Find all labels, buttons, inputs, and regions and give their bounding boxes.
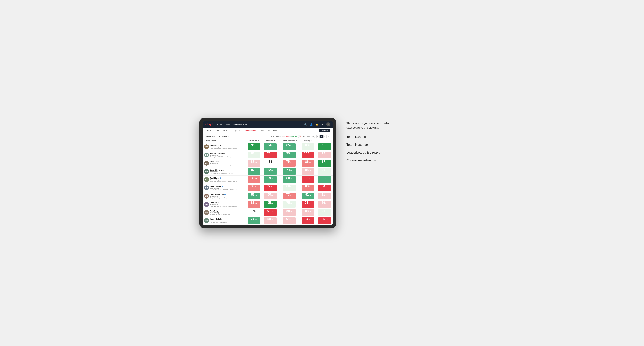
score-approach: 799▲ bbox=[278, 151, 300, 159]
player-handicap: 6-10 Handicap bbox=[210, 187, 238, 189]
subnav-team-clippd[interactable]: Team Clippd bbox=[243, 128, 258, 133]
table-row[interactable]: CQCharlie Quick✓6-10 HandicapSt. George'… bbox=[203, 184, 333, 192]
view-list-btn[interactable]: ≡ bbox=[324, 135, 326, 138]
score-green: 83-10▼ bbox=[300, 176, 316, 184]
table-row[interactable]: MMMatt Miller6-10 HandicapWoburn Golf Cl… bbox=[203, 208, 333, 217]
score-tee: 897▲ bbox=[262, 176, 278, 184]
score-change: -6▼ bbox=[309, 162, 311, 163]
score-change: 4▲ bbox=[309, 194, 311, 196]
score-change: 9▲ bbox=[290, 154, 292, 155]
avatar: DB bbox=[204, 169, 209, 174]
score-putting: 91-3▼ bbox=[316, 192, 333, 200]
annotation-panel: This is where you can choose which dashb… bbox=[346, 118, 399, 162]
player-club: Royal North Devon Golf Club, United King… bbox=[210, 181, 237, 182]
edit-team-icon[interactable]: ✏ bbox=[228, 135, 230, 137]
score-change: 7▲ bbox=[272, 178, 273, 179]
score-change: -14▼ bbox=[271, 186, 274, 187]
score-change: -3▼ bbox=[255, 178, 257, 179]
player-club: Craigmillar Park, United Kingdom bbox=[210, 197, 230, 199]
player-cell: DBDave Billingham1-5 HandicapGog Magog G… bbox=[203, 168, 246, 175]
score-change: -3▼ bbox=[309, 170, 311, 171]
nav-my-performance[interactable]: My Performance bbox=[233, 123, 247, 126]
user-avatar[interactable]: A bbox=[326, 123, 330, 126]
subnav-hcaps[interactable]: Hcaps 1-5 bbox=[230, 128, 242, 133]
last-rounds-control[interactable]: 📊 Last Rounds: 20 bbox=[298, 135, 315, 138]
settings-icon[interactable]: ⚙ bbox=[320, 123, 324, 126]
score-change: -2▼ bbox=[325, 203, 328, 204]
col-green: Around the Green ▼ bbox=[278, 139, 300, 143]
heat-pos-value: +5 bbox=[295, 135, 297, 137]
score-value: 85 bbox=[305, 168, 308, 172]
score-value: 85 bbox=[286, 144, 290, 147]
avatar: CQ bbox=[204, 185, 209, 190]
nav-icons: 🔍 👤 🔔 ⚙ A bbox=[304, 123, 330, 126]
score-green: 84-21▲ bbox=[300, 217, 316, 225]
player-count: 14 Players bbox=[218, 135, 226, 137]
player-name: Matt Miller bbox=[210, 210, 230, 212]
nav-teams[interactable]: Teams bbox=[225, 123, 230, 126]
player-handicap: 1-5 Handicap bbox=[210, 195, 230, 197]
score-change: -10▼ bbox=[309, 178, 312, 179]
score-tee: 73-11▼ bbox=[262, 151, 278, 159]
profile-icon[interactable]: 👤 bbox=[310, 123, 313, 126]
annotation-leaderboards: Leaderboards & streaks bbox=[346, 151, 399, 155]
score-change: 3▲ bbox=[326, 178, 328, 179]
score-value: 74 bbox=[286, 168, 290, 172]
subnav-all-players[interactable]: All Players bbox=[266, 128, 279, 133]
table-row[interactable]: BMBlair McHargPlus HandicapRoyal North D… bbox=[203, 143, 333, 151]
player-club: St. George's Hill GC - Weybridge - Surre… bbox=[210, 189, 238, 190]
view-heatmap-btn[interactable]: ▦ bbox=[320, 135, 323, 138]
subnav-pga[interactable]: PGA bbox=[222, 128, 229, 133]
col-player: Player Quality ▼ bbox=[203, 139, 246, 143]
table-row[interactable]: CRChris Robertson✓1-5 HandicapCraigmilla… bbox=[203, 192, 333, 200]
score-change: -1▼ bbox=[271, 219, 273, 220]
table-row[interactable]: ECEdward Crossman1-5 HandicapSunningdale… bbox=[203, 151, 333, 159]
last-rounds-label: 📊 bbox=[300, 135, 301, 137]
score-change: -3▼ bbox=[255, 203, 257, 204]
score-putting: 943▲ bbox=[316, 208, 333, 217]
page-wrapper: clippd Home Teams My Performance 🔍 👤 🔔 ⚙… bbox=[200, 118, 444, 228]
table-row[interactable]: DFDavid Ford✓Plus HandicapRoyal North De… bbox=[203, 176, 333, 184]
brand-logo: clippd bbox=[206, 123, 213, 126]
nav-home[interactable]: Home bbox=[217, 123, 222, 126]
add-team-button[interactable]: Add Team bbox=[319, 129, 330, 132]
score-change: 4▲ bbox=[290, 211, 292, 212]
score-approach: 5810▲ bbox=[278, 217, 300, 225]
score-change: -1▼ bbox=[309, 145, 311, 147]
score-value: 60 bbox=[268, 193, 271, 196]
last-rounds-value: 20 bbox=[312, 135, 314, 137]
score-value: 84 bbox=[305, 217, 308, 221]
score-value: 58 bbox=[286, 217, 290, 221]
table-row[interactable]: ANAaron Nicholls11-15 HandicapDrift Golf… bbox=[203, 217, 333, 225]
score-change: -3▼ bbox=[325, 194, 328, 196]
score-quality: 83-3▼ bbox=[246, 184, 262, 192]
annotation-course-leaderboards: Course leaderboards bbox=[346, 159, 399, 162]
bell-icon[interactable]: 🔔 bbox=[315, 123, 319, 126]
subnav: PGAT Players PGA Hcaps 1-5 Team Clippd T… bbox=[203, 128, 333, 134]
table-row[interactable]: DBDave Billingham1-5 HandicapGog Magog G… bbox=[203, 168, 333, 176]
table-row[interactable]: JCJosh Coles1-5 HandicapRoyal North Devo… bbox=[203, 200, 333, 208]
score-value: 75 bbox=[252, 209, 256, 213]
score-green: 88-1▼ bbox=[300, 143, 316, 151]
score-putting: 89-2▼ bbox=[316, 200, 333, 208]
score-change: 2▲ bbox=[272, 194, 273, 196]
view-export-btn[interactable]: ↓ bbox=[327, 135, 330, 138]
score-change: -8▲ bbox=[255, 219, 257, 220]
tablet-frame: clippd Home Teams My Performance 🔍 👤 🔔 ⚙… bbox=[200, 118, 336, 228]
subnav-tour[interactable]: Tour bbox=[258, 128, 266, 133]
verified-badge: ✓ bbox=[222, 185, 223, 187]
table-row[interactable]: EEElliot Ebert1-5 HandicapSunningdale Go… bbox=[203, 159, 333, 168]
player-handicap: 1-5 Handicap bbox=[210, 155, 233, 156]
search-icon[interactable]: 🔍 bbox=[304, 123, 308, 126]
col-approach: Approach ▼ bbox=[262, 139, 278, 143]
score-value: 88 bbox=[305, 144, 308, 147]
score-green: 10315▲ bbox=[300, 151, 316, 159]
subnav-pgat[interactable]: PGAT Players bbox=[206, 128, 221, 133]
team-header: Team Clippd | 14 Players ✏ 20 Round Chan… bbox=[203, 134, 333, 139]
col-tee: Off the Tee ▼ bbox=[246, 139, 262, 143]
score-quality: 74-8▲ bbox=[246, 217, 262, 225]
score-value: 83 bbox=[305, 176, 308, 180]
heat-gradient bbox=[286, 136, 294, 137]
view-grid-btn[interactable]: ⊞ bbox=[316, 135, 320, 138]
score-value: 75 bbox=[286, 201, 290, 205]
